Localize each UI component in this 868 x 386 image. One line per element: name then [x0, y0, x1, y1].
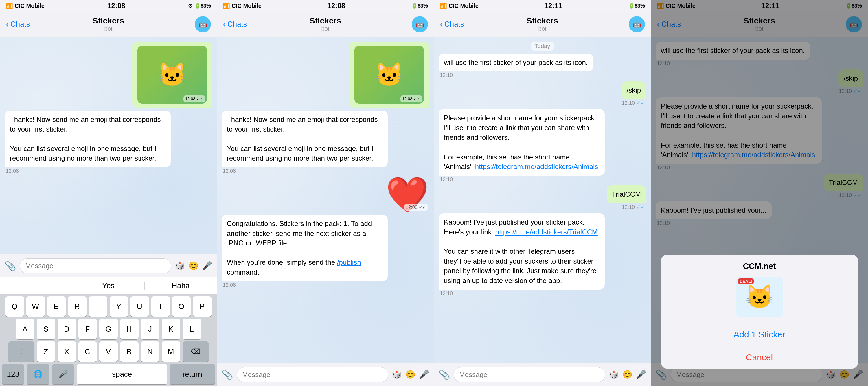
mic-icon-2[interactable]: 🎤 — [419, 370, 429, 379]
skip-text-3: /skip — [627, 86, 641, 94]
date-badge-3: Today — [531, 42, 554, 51]
back-label-2[interactable]: Chats — [227, 20, 247, 29]
emoji-icon-1[interactable]: 😊 — [188, 261, 198, 271]
bot-message-3b: Please provide a short name for your sti… — [439, 109, 646, 183]
message-text-2: Thanks! Now send me an emoji that corres… — [227, 115, 378, 162]
key-f[interactable]: F — [79, 319, 97, 339]
mic-icon-1[interactable]: 🎤 — [202, 261, 212, 271]
key-mic[interactable]: 🎤 — [52, 364, 74, 384]
message-input-1[interactable] — [20, 258, 171, 273]
phone-panel-3: 📶 CIC Mobile 12:11 🔋63% ‹ Chats Stickers… — [434, 0, 651, 386]
incoming-bubble-3a: will use the first sticker of your pack … — [439, 54, 593, 71]
key-shift[interactable]: ⇧ — [8, 342, 34, 362]
key-a[interactable]: A — [16, 319, 34, 339]
time-1: 12:08 — [107, 2, 125, 10]
sticker-icon-2[interactable]: 🎲 — [392, 370, 402, 379]
key-backspace[interactable]: ⌫ — [183, 342, 209, 362]
modal-title-4: CCM.net — [661, 255, 858, 274]
emoji-icon-3[interactable]: 😊 — [622, 370, 632, 379]
key-e[interactable]: E — [47, 296, 66, 317]
key-l[interactable]: L — [183, 319, 201, 339]
input-bar-2: 📎 🎲 😊 🎤 — [217, 363, 434, 386]
trial-text-3: TrialCCM — [612, 190, 641, 198]
input-bar-1: 📎 🎲 😊 🎤 — [0, 254, 217, 277]
bot-message-3a: will use the first sticker of your pack … — [439, 54, 646, 79]
key-k[interactable]: K — [162, 319, 180, 339]
message-text-3a: will use the first sticker of your pack … — [444, 58, 588, 66]
avatar-3[interactable]: 🤖 — [629, 16, 645, 32]
nav-bar-3: ‹ Chats Stickers bot 🤖 — [434, 11, 651, 37]
key-n[interactable]: N — [141, 342, 159, 362]
battery-icon-2: 🔋63% — [411, 3, 428, 9]
skip-bubble-3: /skip — [621, 81, 646, 99]
key-v[interactable]: V — [99, 342, 118, 362]
phone-panel-4: 📶 CIC Mobile 12:11 🔋63% ‹ Chats Stickers… — [651, 0, 868, 386]
key-o[interactable]: O — [172, 296, 191, 317]
chevron-icon-3: ‹ — [440, 20, 443, 29]
key-y[interactable]: Y — [110, 296, 128, 317]
key-w[interactable]: W — [26, 296, 45, 317]
nav-subtitle-2: bot — [321, 26, 330, 32]
sticker-icon-1[interactable]: 🎲 — [175, 261, 185, 271]
carrier-3: 📶 CIC Mobile — [440, 2, 478, 9]
status-icons-1: ⊙ 🔋63% — [188, 3, 211, 9]
kb-row-1: Q W E R T Y U I O P — [2, 296, 215, 317]
key-m[interactable]: M — [162, 342, 180, 362]
key-s[interactable]: S — [37, 319, 55, 339]
sticker-message-2: 🐱 12:08 ✓✓ — [222, 42, 429, 108]
kaboom-message-3: Kaboom! I've just published your sticker… — [439, 213, 646, 296]
sticker-bubble-2: 🐱 12:08 ✓✓ — [349, 42, 429, 108]
key-q[interactable]: Q — [5, 296, 24, 317]
keyboard-rows-1: Q W E R T Y U I O P A S D F G H J K L — [0, 295, 217, 386]
trial-time-3: 12:10 ✓✓ — [621, 204, 646, 210]
attach-icon-1[interactable]: 📎 — [5, 260, 16, 271]
attach-icon-3[interactable]: 📎 — [439, 369, 450, 380]
message-input-3[interactable] — [454, 367, 605, 382]
key-x[interactable]: X — [58, 342, 76, 362]
key-space[interactable]: space — [77, 364, 167, 384]
avatar-2[interactable]: 🤖 — [412, 16, 428, 32]
key-return[interactable]: return — [169, 364, 215, 384]
key-r[interactable]: R — [68, 296, 87, 317]
cancel-button[interactable]: Cancel — [661, 346, 858, 369]
chevron-icon-1: ‹ — [6, 20, 9, 29]
key-globe[interactable]: 🌐 — [27, 364, 49, 384]
status-bar-1: 📶 CIC Mobile 12:08 ⊙ 🔋63% — [0, 0, 217, 11]
mic-icon-3[interactable]: 🎤 — [636, 370, 646, 379]
add-sticker-button[interactable]: Add 1 Sticker — [661, 323, 858, 346]
back-button-1[interactable]: ‹ Chats — [6, 20, 30, 29]
location-icon: ⊙ — [188, 3, 192, 9]
suggest-haha[interactable]: Haha — [145, 281, 217, 290]
back-label-1[interactable]: Chats — [10, 20, 30, 29]
suggest-i[interactable]: I — [0, 281, 72, 290]
key-g[interactable]: G — [99, 319, 118, 339]
key-c[interactable]: C — [79, 342, 97, 362]
back-label-3[interactable]: Chats — [444, 20, 464, 29]
chat-area-3: Today will use the first sticker of your… — [434, 37, 651, 363]
key-j[interactable]: J — [141, 319, 159, 339]
avatar-1[interactable]: 🤖 — [195, 16, 211, 32]
attach-icon-2[interactable]: 📎 — [222, 369, 233, 380]
modal-sticker-preview-4: DEAL! 🐱 — [661, 274, 858, 323]
key-b[interactable]: B — [120, 342, 138, 362]
nav-center-1: Stickers bot — [93, 16, 124, 32]
key-p[interactable]: P — [193, 296, 212, 317]
back-button-2[interactable]: ‹ Chats — [223, 20, 247, 29]
key-d[interactable]: D — [58, 319, 76, 339]
nav-subtitle-1: bot — [104, 26, 113, 32]
modal-overlay-4[interactable]: CCM.net DEAL! 🐱 Add 1 Sticker Cancel — [651, 0, 868, 386]
nav-bar-1: ‹ Chats Stickers bot 🤖 — [0, 11, 217, 37]
key-123[interactable]: 123 — [2, 364, 24, 384]
key-z[interactable]: Z — [37, 342, 55, 362]
sticker-icon-3[interactable]: 🎲 — [609, 370, 619, 379]
key-t[interactable]: T — [89, 296, 107, 317]
key-u[interactable]: U — [130, 296, 149, 317]
emoji-icon-2[interactable]: 😊 — [405, 370, 415, 379]
key-i[interactable]: I — [151, 296, 170, 317]
kb-row-2: A S D F G H J K L — [2, 319, 215, 339]
bubble-time-1: 12:08 — [5, 168, 20, 174]
key-h[interactable]: H — [120, 319, 138, 339]
suggest-yes[interactable]: Yes — [72, 281, 144, 290]
message-input-2[interactable] — [237, 367, 388, 382]
back-button-3[interactable]: ‹ Chats — [440, 20, 464, 29]
